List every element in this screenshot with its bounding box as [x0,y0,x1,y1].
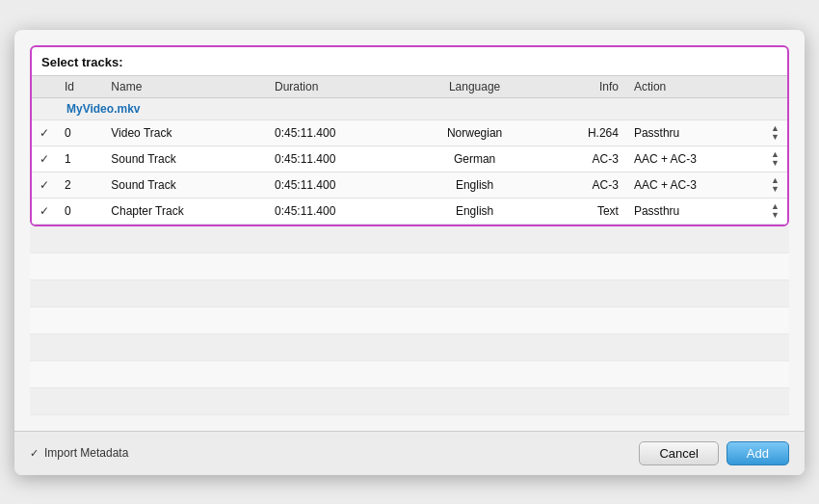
col-language: Language [409,75,540,97]
empty-row-2 [30,253,789,280]
table-row[interactable]: ✓ 2 Sound Track 0:45:11.400 English AC-3… [32,172,787,198]
row-name: Video Track [103,119,267,146]
row-language: English [409,198,540,224]
row-action-value: Passthru [634,204,679,218]
cancel-button[interactable]: Cancel [639,441,718,465]
check-icon: ✓ [40,178,49,192]
import-metadata-section[interactable]: ✓ Import Metadata [30,446,128,460]
row-info: H.264 [541,119,626,146]
dialog-footer: ✓ Import Metadata Cancel Add [14,431,805,475]
row-language: German [409,146,540,172]
row-checkbox[interactable]: ✓ [32,198,57,224]
table-header: Id Name Duration Language Info Action [32,75,787,97]
row-id: 1 [57,146,103,172]
table-row[interactable]: ✓ 1 Sound Track 0:45:11.400 German AC-3 … [32,146,787,172]
tracks-panel: Select tracks: Id Name Duration Language… [30,45,789,226]
row-id: 0 [57,119,103,146]
empty-row-1 [30,226,789,253]
empty-row-5 [30,334,789,361]
empty-row-4 [30,307,789,334]
row-id: 2 [57,172,103,198]
col-check [32,75,57,97]
footer-buttons: Cancel Add [639,441,789,465]
row-info: AC-3 [541,172,626,198]
check-icon: ✓ [40,204,49,218]
import-metadata-label: Import Metadata [44,446,128,460]
import-metadata-check-icon: ✓ [30,447,39,460]
col-duration: Duration [267,75,409,97]
row-name: Sound Track [103,172,267,198]
empty-row-6 [30,361,789,388]
row-duration: 0:45:11.400 [267,172,409,198]
empty-row-7 [30,388,789,415]
row-name: Sound Track [103,146,267,172]
row-info: Text [541,198,626,224]
dialog-body: Select tracks: Id Name Duration Language… [14,30,805,431]
col-name: Name [103,75,267,97]
table-row[interactable]: ✓ 0 Chapter Track 0:45:11.400 English Te… [32,198,787,224]
row-language: English [409,172,540,198]
row-name: Chapter Track [103,198,267,224]
row-action[interactable]: Passthru ▲▼ [626,199,787,224]
row-action-value: AAC + AC-3 [634,152,697,166]
row-duration: 0:45:11.400 [267,146,409,172]
row-stepper[interactable]: ▲▼ [771,202,779,220]
check-icon: ✓ [40,126,49,140]
row-action-value: AAC + AC-3 [634,178,697,192]
check-icon: ✓ [40,152,49,166]
row-checkbox[interactable]: ✓ [32,146,57,172]
file-row-check [32,97,57,119]
row-language: Norwegian [409,119,540,146]
row-duration: 0:45:11.400 [267,198,409,224]
section-title: Select tracks: [32,47,787,75]
filename: MyVideo.mkv [57,97,787,119]
row-info: AC-3 [541,146,626,172]
col-action: Action [626,75,787,97]
file-row: MyVideo.mkv [32,97,787,119]
row-action-value: Passthru [634,126,679,140]
row-action[interactable]: Passthru ▲▼ [626,120,787,146]
row-id: 0 [57,198,103,224]
add-button[interactable]: Add [727,441,789,465]
empty-area [30,226,789,415]
row-checkbox[interactable]: ✓ [32,172,57,198]
col-info: Info [541,75,626,97]
row-action[interactable]: AAC + AC-3 ▲▼ [626,146,787,172]
empty-row-3 [30,280,789,307]
row-stepper[interactable]: ▲▼ [771,176,779,194]
select-tracks-dialog: Select tracks: Id Name Duration Language… [14,30,805,475]
row-action[interactable]: AAC + AC-3 ▲▼ [626,172,787,198]
tracks-table: Id Name Duration Language Info Action My… [32,75,787,225]
row-stepper[interactable]: ▲▼ [771,150,779,168]
col-id: Id [57,75,103,97]
row-stepper[interactable]: ▲▼ [771,124,779,142]
row-checkbox[interactable]: ✓ [32,119,57,146]
table-row[interactable]: ✓ 0 Video Track 0:45:11.400 Norwegian H.… [32,119,787,146]
table-body: MyVideo.mkv ✓ 0 Video Track 0:45:11.400 … [32,97,787,224]
row-duration: 0:45:11.400 [267,119,409,146]
